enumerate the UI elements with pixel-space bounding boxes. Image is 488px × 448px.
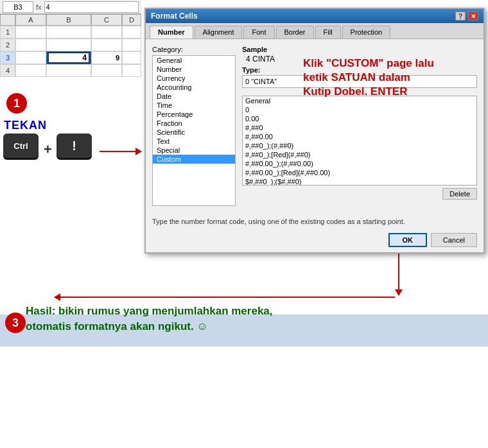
formula-input-top[interactable]: 4 <box>44 1 139 13</box>
fx-icon: fx <box>36 3 42 11</box>
tab-font[interactable]: Font <box>243 26 274 39</box>
table-row: 3 4 9 <box>0 51 141 64</box>
ok-button[interactable]: OK <box>388 233 427 247</box>
list-item[interactable]: #,##0_);[Red](#,##0) <box>243 150 476 159</box>
spreadsheet-bottom: E3 fx =B3+C3 A B C D E 1 2 <box>0 347 488 448</box>
tab-alignment[interactable]: Alignment <box>195 26 243 39</box>
cat-time[interactable]: Time <box>153 101 235 110</box>
dialog-tabs: Number Alignment Font Border Fill Protec… <box>146 23 484 39</box>
dialog-footer: OK Cancel <box>146 228 484 252</box>
arrow-keys-to-dialog <box>100 151 141 152</box>
type-list[interactable]: General 0 0.00 #,##0 #,##0.00 #,##0_);(#… <box>242 96 477 185</box>
category-section: Category: General Number Currency Accoun… <box>152 46 236 206</box>
close-button[interactable]: ✕ <box>468 12 478 21</box>
formula-bar-top: B3 fx 4 <box>0 0 141 14</box>
cat-fraction[interactable]: Fraction <box>153 119 235 128</box>
cat-text[interactable]: Text <box>153 137 235 146</box>
arrow-bottom-left <box>55 297 395 298</box>
cat-general[interactable]: General <box>153 56 235 65</box>
table-row: 4 <box>0 64 141 77</box>
sample-label: Sample <box>242 46 477 53</box>
ctrl-key: Ctrl <box>3 134 39 158</box>
cell-ref-top[interactable]: B3 <box>3 1 33 13</box>
category-label: Category: <box>152 46 236 53</box>
cat-percentage[interactable]: Percentage <box>153 110 235 119</box>
table-row: 2 <box>0 39 141 51</box>
list-item[interactable]: $#,##0_);($#,##0) <box>243 177 476 185</box>
annotation-main: Klik "CUSTOM" page laluketik SATUAN dala… <box>303 56 434 99</box>
result-text: Hasil: bikin rumus yang menjumlahkan mer… <box>26 304 273 334</box>
col-header-b: B <box>46 14 91 26</box>
step-bubble-3: 3 <box>5 313 26 333</box>
dialog-title-buttons: ? ✕ <box>455 12 478 21</box>
list-item[interactable]: #,##0.00_);(#,##0.00) <box>243 159 476 168</box>
col-header-c: C <box>91 14 122 26</box>
list-item[interactable]: 0 <box>243 105 476 114</box>
one-key: ! <box>57 134 92 158</box>
tekan-label: TEKAN <box>4 119 47 132</box>
list-item[interactable]: #,##0.00_);[Red](#,##0.00) <box>243 168 476 177</box>
format-cells-dialog: Format Cells ? ✕ Number Alignment Font B… <box>144 8 485 254</box>
list-item[interactable]: #,##0.00 <box>243 132 476 141</box>
list-item[interactable]: #,##0 <box>243 123 476 132</box>
col-header-a: A <box>15 14 46 26</box>
corner-cell <box>0 14 15 26</box>
list-item[interactable]: #,##0_);(#,##0) <box>243 141 476 150</box>
cancel-button[interactable]: Cancel <box>431 233 477 247</box>
cat-date[interactable]: Date <box>153 92 235 101</box>
cell-b3: 4 <box>48 52 90 64</box>
col-headers-top: A B C D <box>0 14 141 26</box>
tab-fill[interactable]: Fill <box>315 26 341 39</box>
tab-protection[interactable]: Protection <box>342 26 391 39</box>
tab-number[interactable]: Number <box>150 26 193 39</box>
delete-button[interactable]: Delete <box>442 188 477 200</box>
dialog-titlebar: Format Cells ? ✕ <box>146 9 484 23</box>
help-button[interactable]: ? <box>455 12 466 21</box>
col-header-d: D <box>122 14 141 26</box>
table-row: 1 <box>0 26 141 39</box>
cat-number[interactable]: Number <box>153 65 235 74</box>
cat-custom[interactable]: Custom <box>153 155 235 164</box>
dialog-hint: Type the number format code, using one o… <box>146 212 484 228</box>
category-list[interactable]: General Number Currency Accounting Date … <box>152 55 236 206</box>
tab-border[interactable]: Border <box>276 26 314 39</box>
cat-special[interactable]: Special <box>153 146 235 155</box>
list-item[interactable]: 0.00 <box>243 114 476 123</box>
cat-scientific[interactable]: Scientific <box>153 128 235 137</box>
plus-sign: + <box>44 141 52 158</box>
step-bubble-1: 1 <box>6 93 27 114</box>
cat-accounting[interactable]: Accounting <box>153 83 235 92</box>
cat-currency[interactable]: Currency <box>153 74 235 83</box>
arrow-ok-down <box>398 254 399 295</box>
grid-rows-top: 1 2 3 4 9 <box>0 26 141 77</box>
